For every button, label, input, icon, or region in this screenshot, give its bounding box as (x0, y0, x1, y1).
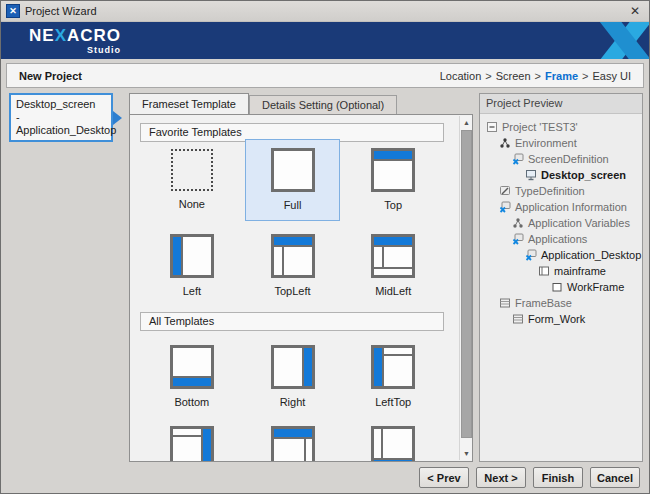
template-tabs: Frameset Template Details Setting (Optio… (129, 93, 397, 114)
form-icon (512, 313, 524, 325)
tab-frameset-template[interactable]: Frameset Template (129, 93, 249, 114)
breadcrumb-location: Location (440, 70, 482, 82)
selected-screen-name: Desktop_screen (16, 98, 106, 111)
arrow-right-icon (113, 111, 122, 125)
breadcrumb-separator: > (582, 70, 588, 82)
tree-label: WorkFrame (567, 281, 624, 293)
vertical-scrollbar[interactable]: ▲ ▼ (459, 116, 473, 460)
tree-label: ScreenDefinition (528, 153, 609, 165)
tree-label: Applications (528, 233, 587, 245)
template-label: TopLeft (274, 285, 310, 297)
project-wizard-dialog: ✕ Project Wizard ✕ NEXACRO Studio New Pr… (0, 0, 650, 494)
cluster-icon (512, 217, 524, 229)
template-label: Left (183, 285, 201, 297)
breadcrumb-separator: > (535, 70, 541, 82)
brand-header: NEXACRO Studio (1, 22, 649, 59)
cancel-button[interactable]: Cancel (590, 467, 640, 488)
template-right-icon (271, 345, 315, 389)
tree-item-screendefinition[interactable]: ScreenDefinition (480, 151, 642, 167)
collapse-box-icon (486, 121, 498, 133)
close-icon[interactable]: ✕ (626, 3, 644, 19)
window-title: Project Wizard (25, 5, 97, 17)
tree-label: Application Information (515, 201, 627, 213)
template-label: Full (284, 199, 302, 211)
tree-item-applications[interactable]: Applications (480, 231, 642, 247)
grid-icon (499, 297, 511, 309)
template-left[interactable]: Left (144, 225, 240, 307)
template-righttop[interactable] (144, 417, 240, 462)
tree-label: Application_Desktop (541, 249, 641, 261)
tree-item-framebase[interactable]: FrameBase (480, 295, 642, 311)
breadcrumb-separator: > (485, 70, 491, 82)
tree-label: mainframe (554, 265, 606, 277)
monitor-icon (525, 169, 537, 181)
all-row-1: Bottom Right LeftTop (144, 336, 446, 418)
template-lefttop-icon (371, 345, 415, 389)
template-top-icon (371, 148, 415, 192)
brand-subtitle: Studio (29, 45, 121, 55)
tab-details-setting[interactable]: Details Setting (Optional) (249, 95, 397, 114)
template-none[interactable]: None (144, 139, 240, 221)
template-right[interactable]: Right (245, 336, 341, 418)
template-bottom[interactable]: Bottom (144, 336, 240, 418)
scrollbar-thumb[interactable] (461, 130, 472, 438)
template-label: MidLeft (375, 285, 411, 297)
window-x-icon (512, 153, 524, 165)
title-bar: ✕ Project Wizard ✕ (1, 1, 649, 22)
scroll-down-icon[interactable]: ▼ (460, 447, 473, 460)
wizard-step-header: New Project Location>Screen>Frame>Easy U… (6, 63, 644, 88)
cluster-icon (499, 137, 511, 149)
tree-label: Application Variables (528, 217, 630, 229)
tree-item-application-variables[interactable]: Application Variables (480, 215, 642, 231)
template-topleft[interactable]: TopLeft (245, 225, 341, 307)
brand-pre: NE (29, 26, 55, 45)
tree-item-desktop-screen[interactable]: Desktop_screen (480, 167, 642, 183)
tree-item-form-work[interactable]: Form_Work (480, 311, 642, 327)
template-midleft[interactable]: MidLeft (345, 225, 441, 307)
template-bottomleft-icon (371, 426, 415, 462)
template-righttop-icon (170, 426, 214, 462)
favorites-row-2: Left TopLeft MidLeft (144, 225, 446, 307)
brand-wordmark: NEXACRO (29, 27, 121, 44)
template-full-icon (271, 148, 315, 192)
template-lefttop[interactable]: LeftTop (345, 336, 441, 418)
template-label: Top (384, 199, 402, 211)
window-x-icon (512, 233, 524, 245)
window-x-icon (499, 201, 511, 213)
brand-post: ACRO (67, 26, 121, 45)
tree-item-application-information[interactable]: Application Information (480, 199, 642, 215)
finish-button[interactable]: Finish (533, 467, 583, 488)
tree-item-workframe[interactable]: WorkFrame (480, 279, 642, 295)
tree-item-mainframe[interactable]: mainframe (480, 263, 642, 279)
next-button[interactable]: Next > (476, 467, 526, 488)
template-bottom-icon (170, 345, 214, 389)
template-topright[interactable] (245, 417, 341, 462)
favorites-row-1: None Full Top (144, 139, 446, 221)
page-title: New Project (19, 70, 82, 82)
tree-item-application-desktop[interactable]: Application_Desktop (480, 247, 642, 263)
tree-label: Desktop_screen (541, 169, 626, 181)
scroll-up-icon[interactable]: ▲ (460, 116, 473, 129)
selected-screen-box[interactable]: Desktop_screen - Application_Desktop (9, 93, 113, 142)
footer-button-bar: < Prev Next > Finish Cancel (1, 467, 649, 491)
tree-item-environment[interactable]: Environment (480, 135, 642, 151)
template-top[interactable]: Top (345, 139, 441, 221)
prev-button[interactable]: < Prev (419, 467, 469, 488)
window-x-icon (525, 249, 537, 261)
template-label: LeftTop (375, 396, 411, 408)
breadcrumb-screen: Screen (496, 70, 531, 82)
app-icon: ✕ (6, 4, 20, 18)
template-midleft-icon (371, 234, 415, 278)
x-emblem-icon (589, 22, 649, 59)
tree-item-typedefinition[interactable]: TypeDefinition (480, 183, 642, 199)
template-topright-icon (271, 426, 315, 462)
project-preview-panel: Project Preview Project 'TEST3' Environm… (479, 93, 643, 462)
tree-item-project[interactable]: Project 'TEST3' (480, 119, 642, 135)
nexacro-logo: NEXACRO Studio (29, 27, 121, 55)
template-left-icon (170, 234, 214, 278)
tree-label: Form_Work (528, 313, 585, 325)
template-bottomleft[interactable] (345, 417, 441, 462)
template-full[interactable]: Full (245, 139, 341, 221)
project-preview-title: Project Preview (480, 94, 642, 114)
tree-label: Project 'TEST3' (502, 121, 578, 133)
